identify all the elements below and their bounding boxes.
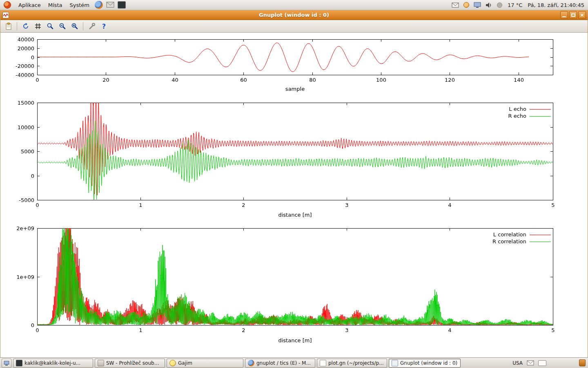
file-manager-icon [98,360,104,366]
ubuntu-menu-button[interactable] [0,0,15,10]
zoom-in-button[interactable] [69,21,80,31]
zoom-out-button[interactable] [57,21,68,31]
window-title: Gnuplot (window id : 0) [0,12,588,18]
gnuplot-window-icon [2,12,9,18]
window-controls: × [560,11,586,19]
menu-system[interactable]: Systém [66,0,93,10]
taskbar-item-terminal[interactable]: kaklik@kaklik-kolej-u... [13,359,93,368]
minimize-icon [562,16,566,17]
taskbar-item-label: kaklik@kaklik-kolej-u... [24,360,80,366]
toolbar-separator [83,22,83,30]
firefox-icon [248,360,254,366]
toggle-grid-button[interactable] [32,21,43,31]
taskbar-item-browser[interactable]: gnuplot / tics (E) - M... [245,359,315,368]
copy-icon [5,22,12,30]
show-desktop-icon [4,361,9,366]
wrench-icon [88,22,96,30]
panel-right system-tray: 17 °C Pá, 18. září, 21:40:45 [451,0,588,10]
chart-correlation[interactable] [0,223,588,352]
menu-applications[interactable]: Aplikace [15,0,45,10]
zoom-previous-icon [47,22,54,30]
help-button[interactable]: ? [98,21,109,31]
terminal-launcher-icon[interactable] [117,0,127,9]
taskbar-item-label: SW - Prohlížeč souborů [106,360,162,366]
close-button[interactable]: × [578,11,586,19]
gnuplot-icon [392,360,398,366]
refresh-icon [22,22,29,30]
terminal-icon [16,360,22,366]
firefox-launcher-icon[interactable] [94,0,104,9]
gajim-icon [169,360,176,366]
gnome-top-panel: Aplikace Místa Systém [0,0,588,10]
keyboard-icon[interactable] [538,360,546,366]
help-icon: ? [102,22,106,30]
temperature-label: 17 °C [506,2,523,8]
keyboard-layout-indicator[interactable]: USA [512,360,523,366]
maximize-icon [571,13,575,17]
mail-launcher-icon[interactable] [105,0,115,9]
taskbar: kaklik@kaklik-kolej-u... SW - Prohlížeč … [0,357,588,368]
zoom-previous-button[interactable] [45,21,56,31]
taskbar-item-label: Gnuplot (window id : 0) [400,360,457,366]
panel-left: Aplikace Místa Systém [0,0,127,10]
volume-icon[interactable] [484,1,492,9]
trash-icon[interactable] [579,359,586,366]
taskbar-item-gajim[interactable]: Gajim [167,359,243,368]
toolbar: ? [0,20,588,33]
chart-echo-waveforms[interactable] [0,96,588,221]
titlebar[interactable]: Gnuplot (window id : 0) × [0,10,588,20]
configure-button[interactable] [86,21,97,31]
copy-to-clipboard-button[interactable] [3,21,14,31]
firefox-icon [95,1,103,9]
remote-desktop-icon[interactable] [473,1,481,9]
desktop: Aplikace Místa Systém [0,0,588,368]
terminal-icon [118,1,126,9]
plot-area [0,33,588,357]
taskbar-item-label: plot.gn (~/projects/p... [328,360,384,366]
taskbar-item-label: Gajim [178,360,192,366]
mail-tray-icon[interactable] [527,360,534,366]
clock-label[interactable]: Pá, 18. září, 21:40:45 [526,2,586,8]
update-notifier-icon[interactable] [462,1,470,9]
minimize-button[interactable] [560,11,568,19]
toolbar-separator [17,22,17,30]
ubuntu-logo-icon [4,1,11,9]
gnuplot-window: Gnuplot (window id : 0) × [0,10,588,357]
zoom-out-icon [59,22,66,30]
chart-sample-waveform[interactable] [0,33,588,95]
show-desktop-button[interactable] [2,359,11,368]
taskbar-item-gnuplot[interactable]: Gnuplot (window id : 0) [389,359,461,368]
close-icon: × [580,12,584,18]
mail-notification-icon[interactable] [451,1,459,9]
zoom-in-icon [71,22,78,30]
taskbar-item-editor[interactable]: plot.gn (~/projects/p... [317,359,387,368]
taskbar-item-file-browser[interactable]: SW - Prohlížeč souborů [95,359,165,368]
weather-icon[interactable] [495,1,503,9]
grid-icon [35,23,41,29]
menu-places[interactable]: Místa [45,0,66,10]
taskbar-item-label: gnuplot / tics (E) - M... [256,360,311,366]
replot-button[interactable] [20,21,31,31]
taskbar-right: USA [512,359,586,366]
maximize-button[interactable] [569,11,577,19]
text-editor-icon [320,360,326,366]
envelope-icon [106,2,114,8]
